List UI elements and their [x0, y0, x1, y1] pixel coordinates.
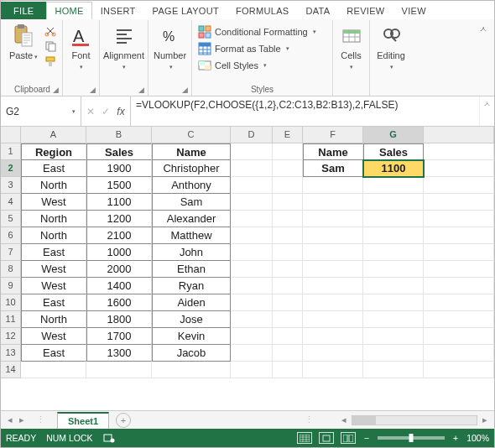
- cell-B5[interactable]: 1200: [86, 211, 152, 227]
- cell-blank-1[interactable]: [424, 143, 494, 160]
- cell-B10[interactable]: 1600: [86, 294, 152, 311]
- col-header-A[interactable]: A: [21, 127, 86, 143]
- cell-E3[interactable]: [273, 177, 303, 194]
- cell-C4[interactable]: Sam: [152, 194, 231, 211]
- cell-G7[interactable]: [363, 244, 424, 261]
- cell-E1[interactable]: [273, 143, 303, 160]
- cell-E5[interactable]: [273, 211, 303, 227]
- tab-data[interactable]: DATA: [297, 2, 338, 19]
- col-header-C[interactable]: C: [152, 127, 231, 143]
- cell-F5[interactable]: [303, 211, 363, 227]
- cell-B9[interactable]: 1400: [86, 278, 152, 294]
- cell-C3[interactable]: Anthony: [152, 177, 231, 194]
- cell-C1[interactable]: Name: [152, 143, 231, 160]
- name-box[interactable]: G2▾: [1, 96, 81, 126]
- tab-view[interactable]: VIEW: [393, 2, 435, 19]
- conditional-formatting-button[interactable]: Conditional Formatting▾: [195, 23, 329, 40]
- row-header-8[interactable]: 8: [1, 261, 21, 278]
- cell-A11[interactable]: North: [21, 311, 86, 328]
- view-normal-button[interactable]: [297, 432, 312, 444]
- cell-C6[interactable]: Matthew: [152, 227, 231, 244]
- cell-A4[interactable]: West: [21, 194, 86, 211]
- cell-D8[interactable]: [231, 261, 273, 278]
- row-header-12[interactable]: 12: [1, 328, 21, 345]
- new-sheet-button[interactable]: +: [116, 413, 131, 428]
- row-header-1[interactable]: 1: [1, 143, 21, 160]
- cell-B11[interactable]: 1800: [86, 311, 152, 328]
- sheet-tab-sheet1[interactable]: Sheet1: [57, 412, 109, 429]
- hscroll-thumb[interactable]: [352, 416, 376, 425]
- cell-E8[interactable]: [273, 261, 303, 278]
- macro-record-icon[interactable]: [103, 433, 115, 443]
- cell-D2[interactable]: [231, 160, 273, 177]
- cell-B2[interactable]: 1900: [86, 160, 152, 177]
- cell-C14[interactable]: [152, 362, 231, 378]
- cells-group-button[interactable]: Cells▾: [336, 22, 366, 71]
- cell-F13[interactable]: [303, 345, 363, 362]
- cell-A12[interactable]: West: [21, 328, 86, 345]
- row-header-4[interactable]: 4: [1, 194, 21, 211]
- cell-G12[interactable]: [363, 328, 424, 345]
- cell-C8[interactable]: Ethan: [152, 261, 231, 278]
- formula-enter-button[interactable]: ✓: [99, 106, 112, 117]
- cell-D11[interactable]: [231, 311, 273, 328]
- cell-C11[interactable]: Jose: [152, 311, 231, 328]
- editing-group-button[interactable]: Editing▾: [373, 22, 409, 71]
- sheet-nav-first[interactable]: ◂: [4, 414, 16, 425]
- row-header-9[interactable]: 9: [1, 278, 21, 294]
- cell-G13[interactable]: [363, 345, 424, 362]
- col-header-E[interactable]: E: [273, 127, 303, 143]
- cell-E10[interactable]: [273, 294, 303, 311]
- tab-review[interactable]: REVIEW: [338, 2, 393, 19]
- cell-G11[interactable]: [363, 311, 424, 328]
- cell-D3[interactable]: [231, 177, 273, 194]
- font-launcher[interactable]: ◢: [90, 86, 96, 94]
- row-header-13[interactable]: 13: [1, 345, 21, 362]
- cell-E9[interactable]: [273, 278, 303, 294]
- format-painter-button[interactable]: [43, 54, 58, 69]
- zoom-level[interactable]: 100%: [466, 433, 489, 443]
- cell-D5[interactable]: [231, 211, 273, 227]
- cell-blank-5[interactable]: [424, 211, 494, 227]
- cell-A1[interactable]: Region: [21, 143, 86, 160]
- tab-formulas[interactable]: FORMULAS: [227, 2, 298, 19]
- cell-F7[interactable]: [303, 244, 363, 261]
- hscroll-left[interactable]: ◂: [338, 414, 350, 426]
- cell-C5[interactable]: Alexander: [152, 211, 231, 227]
- cell-D14[interactable]: [231, 362, 273, 378]
- cell-E2[interactable]: [273, 160, 303, 177]
- cell-D10[interactable]: [231, 294, 273, 311]
- cell-G14[interactable]: [363, 362, 424, 378]
- cell-D6[interactable]: [231, 227, 273, 244]
- cell-B8[interactable]: 2000: [86, 261, 152, 278]
- col-header-B[interactable]: B: [86, 127, 152, 143]
- cell-C12[interactable]: Kevin: [152, 328, 231, 345]
- row-header-10[interactable]: 10: [1, 294, 21, 311]
- cell-C10[interactable]: Aiden: [152, 294, 231, 311]
- col-header-G[interactable]: G: [363, 127, 424, 143]
- cell-B13[interactable]: 1300: [86, 345, 152, 362]
- cell-G2[interactable]: 1100: [363, 160, 424, 177]
- cell-A3[interactable]: North: [21, 177, 86, 194]
- cell-blank-7[interactable]: [424, 244, 494, 261]
- worksheet-grid[interactable]: ABCDEFG1RegionSalesNameNameSales2East190…: [1, 127, 494, 410]
- cell-F12[interactable]: [303, 328, 363, 345]
- cell-G1[interactable]: Sales: [363, 143, 424, 160]
- zoom-slider[interactable]: [378, 436, 445, 440]
- zoom-in-button[interactable]: +: [451, 433, 460, 443]
- alignment-group-button[interactable]: Alignment▾: [103, 22, 144, 71]
- cell-B6[interactable]: 2100: [86, 227, 152, 244]
- tab-home[interactable]: HOME: [46, 2, 91, 19]
- col-header-D[interactable]: D: [231, 127, 273, 143]
- formula-input[interactable]: =VLOOKUP(F2,CHOOSE({1,2},C2:C13,B2:B13),…: [131, 96, 479, 126]
- cell-F8[interactable]: [303, 261, 363, 278]
- cell-G8[interactable]: [363, 261, 424, 278]
- cell-G6[interactable]: [363, 227, 424, 244]
- cell-G10[interactable]: [363, 294, 424, 311]
- row-header-11[interactable]: 11: [1, 311, 21, 328]
- cell-C13[interactable]: Jacob: [152, 345, 231, 362]
- cell-F6[interactable]: [303, 227, 363, 244]
- cell-F4[interactable]: [303, 194, 363, 211]
- cell-A13[interactable]: East: [21, 345, 86, 362]
- cell-F1[interactable]: Name: [303, 143, 363, 160]
